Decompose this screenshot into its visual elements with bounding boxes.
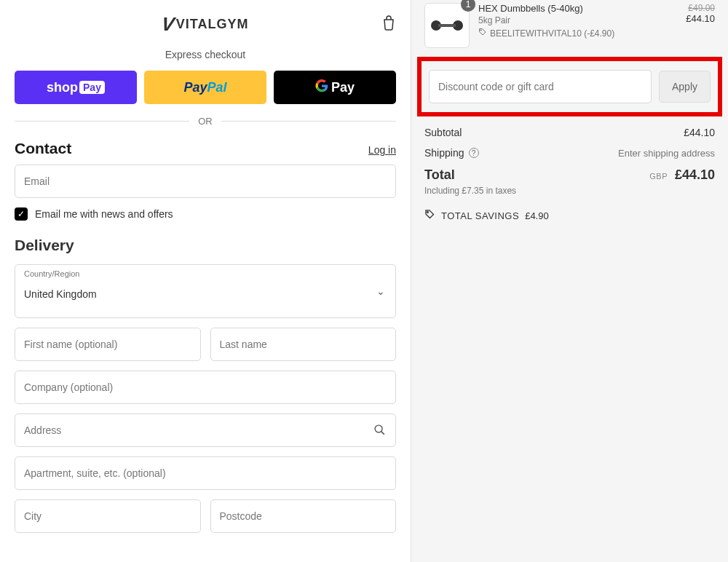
item-variant: 5kg Pair xyxy=(478,15,655,25)
total-label: Total xyxy=(424,167,455,183)
help-icon[interactable]: ? xyxy=(469,148,479,158)
svg-point-6 xyxy=(427,211,428,213)
contact-title: Contact xyxy=(15,140,71,157)
apartment-field[interactable] xyxy=(15,456,396,490)
item-discount-code: BEELITEWITHVITAL10 (-£4.90) xyxy=(490,28,614,39)
promo-highlight-box: Apply xyxy=(417,57,722,116)
city-field[interactable] xyxy=(15,499,201,533)
gpay-button[interactable]: Pay xyxy=(274,71,396,104)
shipping-label: Shipping xyxy=(424,147,464,159)
cart-item: 1 HEX Dumbbells (5-40kg) 5kg Pair BEELIT… xyxy=(411,3,728,48)
paypal-pay: Pay xyxy=(183,80,207,95)
svg-point-5 xyxy=(480,30,482,31)
price-discounted: £44.10 xyxy=(664,13,715,24)
country-value: United Kingdom xyxy=(24,275,387,307)
tag-icon xyxy=(424,209,435,222)
news-label: Email me with news and offers xyxy=(35,208,173,220)
delivery-title: Delivery xyxy=(15,237,396,254)
subtotal-label: Subtotal xyxy=(424,127,462,138)
or-divider: OR xyxy=(15,116,396,127)
brand-logo[interactable]: V VITALGYM xyxy=(162,13,248,36)
express-checkout-title: Express checkout xyxy=(15,49,396,60)
country-label: Country/Region xyxy=(24,269,79,278)
shop-pay-text: shop xyxy=(47,80,78,95)
svg-rect-4 xyxy=(438,24,456,27)
total-currency: GBP xyxy=(649,172,668,181)
item-title: HEX Dumbbells (5-40kg) xyxy=(478,3,655,14)
google-icon xyxy=(315,79,328,96)
paypal-button[interactable]: PayPal xyxy=(144,71,266,104)
savings-value: £4.90 xyxy=(525,210,549,221)
company-field[interactable] xyxy=(15,371,396,404)
discount-code-input[interactable] xyxy=(429,70,652,103)
savings-label: TOTAL SAVINGS xyxy=(441,210,519,221)
tax-note: Including £7.35 in taxes xyxy=(424,186,715,196)
first-name-field[interactable] xyxy=(15,328,201,361)
gpay-text: Pay xyxy=(331,80,355,95)
search-icon xyxy=(373,424,386,439)
tag-icon xyxy=(478,28,487,39)
apply-button[interactable]: Apply xyxy=(659,71,711,103)
paypal-pal: Pal xyxy=(207,80,227,95)
login-link[interactable]: Log in xyxy=(368,144,396,156)
email-field[interactable] xyxy=(15,165,396,198)
cart-icon[interactable] xyxy=(381,15,396,33)
address-field[interactable] xyxy=(15,413,396,447)
news-checkbox[interactable]: ✓ xyxy=(15,207,28,221)
quantity-badge: 1 xyxy=(461,0,475,12)
subtotal-value: £44.10 xyxy=(684,127,715,138)
postcode-field[interactable] xyxy=(210,499,397,533)
country-select[interactable]: Country/Region United Kingdom ⌄ xyxy=(15,264,396,318)
price-original: £49.00 xyxy=(664,3,715,13)
last-name-field[interactable] xyxy=(210,328,397,361)
logo-text: VITALGYM xyxy=(176,17,249,32)
svg-point-0 xyxy=(375,425,382,432)
total-value: £44.10 xyxy=(675,167,715,182)
svg-line-1 xyxy=(381,432,384,435)
shop-pay-badge: Pay xyxy=(79,81,105,94)
shop-pay-button[interactable]: shopPay xyxy=(15,71,137,104)
shipping-value: Enter shipping address xyxy=(618,148,715,159)
logo-mark: V xyxy=(160,13,175,36)
chevron-down-icon: ⌄ xyxy=(376,285,385,297)
